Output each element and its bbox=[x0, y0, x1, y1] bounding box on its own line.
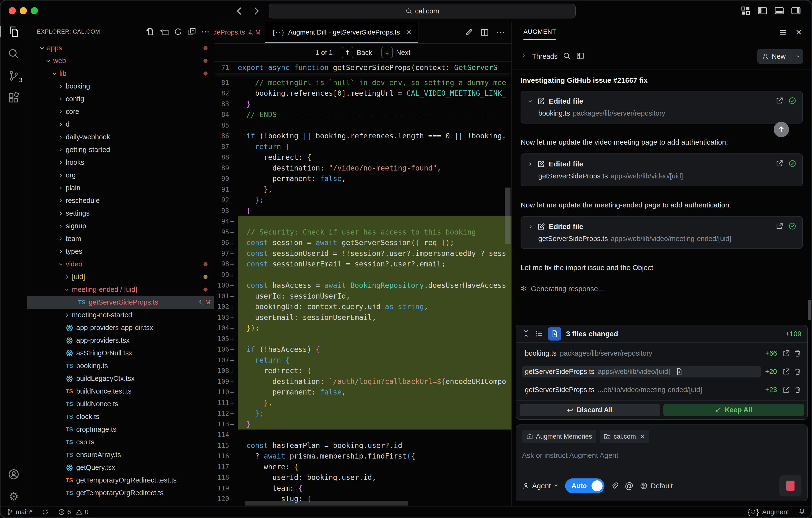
collapse-folders-icon[interactable] bbox=[187, 27, 197, 36]
code-line[interactable]: 104+ }); bbox=[214, 323, 512, 334]
code-line[interactable]: 96+ const session = await getServerSessi… bbox=[214, 238, 512, 248]
tree-item[interactable]: meeting-ended / [uid] bbox=[27, 283, 214, 296]
code-line[interactable]: 111+ }, bbox=[214, 398, 512, 408]
tree-item[interactable]: TS booking.ts bbox=[27, 359, 214, 372]
code-line[interactable]: 95+ // Security: Check if user has acces… bbox=[214, 227, 512, 238]
code-line[interactable]: 83 } bbox=[214, 99, 512, 109]
tree-item[interactable]: TS ensureArray.ts bbox=[27, 448, 214, 461]
code-line[interactable]: 82 booking.references[0].meetingUrl = CA… bbox=[214, 88, 512, 99]
tree-item[interactable]: team bbox=[27, 233, 214, 245]
minimize-window-button[interactable] bbox=[20, 7, 27, 15]
code-line[interactable]: 116 ? await prisma.membership.findFirst(… bbox=[214, 451, 512, 462]
close-panel-icon[interactable]: ✕ bbox=[795, 28, 802, 37]
open-file-icon[interactable] bbox=[782, 386, 790, 394]
tree-item[interactable]: getQuery.tsx bbox=[27, 461, 214, 474]
tree-item[interactable]: asStringOrNull.tsx bbox=[27, 347, 214, 359]
explorer-more-actions-icon[interactable]: ⋯ bbox=[201, 27, 209, 36]
tree-item[interactable]: video bbox=[27, 258, 214, 271]
discard-file-icon[interactable] bbox=[794, 368, 802, 376]
new-thread-button[interactable]: New bbox=[757, 49, 803, 64]
tree-item[interactable]: app-providers.tsx bbox=[27, 334, 214, 347]
keep-all-button[interactable]: ✓ Keep All bbox=[663, 404, 804, 416]
editor-horizontal-scrollbar[interactable] bbox=[245, 501, 408, 506]
command-center-search[interactable]: cal.com bbox=[269, 4, 576, 19]
collapse-panel-icon[interactable] bbox=[522, 329, 530, 338]
open-file-icon[interactable] bbox=[776, 97, 783, 106]
file-view-toggle-button[interactable] bbox=[548, 327, 561, 340]
thread-search-icon[interactable] bbox=[563, 52, 571, 61]
tree-item[interactable]: TS csp.ts bbox=[27, 436, 214, 448]
code-line[interactable]: 105+ bbox=[214, 333, 512, 344]
tree-item[interactable]: TS getTemporaryOrgRedirect.ts bbox=[27, 487, 214, 499]
code-line[interactable]: 112+ }; bbox=[214, 408, 512, 419]
back-nav-icon[interactable] bbox=[234, 6, 245, 16]
code-line[interactable]: 115 const hasTeamPlan = booking.user?.id bbox=[214, 440, 512, 451]
tree-item[interactable]: plain bbox=[27, 182, 214, 194]
code-line[interactable]: 118 userId: booking.user.id, bbox=[214, 472, 512, 483]
tab-getserversideprops[interactable]: deProps.ts 4, M bbox=[214, 22, 265, 43]
augment-memories-chip[interactable]: Augment Memories bbox=[522, 430, 596, 443]
tree-item[interactable]: lib bbox=[27, 67, 214, 80]
remove-chip-icon[interactable]: ✕ bbox=[640, 433, 645, 440]
code-line[interactable]: 89 destination: "/video/no-meeting-found… bbox=[214, 163, 512, 173]
explorer-icon[interactable] bbox=[7, 25, 20, 38]
tree-item[interactable]: meeting-not-started bbox=[27, 309, 214, 321]
tree-item[interactable]: org bbox=[27, 169, 214, 182]
tree-item[interactable]: apps bbox=[27, 42, 214, 54]
tree-item[interactable]: buildLegacyCtx.tsx bbox=[27, 372, 214, 385]
source-control-icon[interactable]: 3 bbox=[7, 70, 20, 82]
tree-item[interactable]: d bbox=[27, 118, 214, 131]
panel-menu-icon[interactable] bbox=[779, 28, 787, 37]
open-file-icon[interactable] bbox=[776, 222, 783, 231]
augment-status-label[interactable]: Augment bbox=[762, 508, 789, 516]
edit-pencil-icon[interactable] bbox=[464, 28, 473, 37]
editor-vertical-scrollbar[interactable] bbox=[505, 188, 511, 244]
tree-item[interactable]: TS buildNonce.ts bbox=[27, 398, 214, 410]
discard-file-icon[interactable] bbox=[794, 386, 802, 394]
repo-context-chip[interactable]: cal.com ✕ bbox=[600, 430, 649, 443]
diff-back-button[interactable]: Back bbox=[342, 47, 372, 58]
scroll-to-top-button[interactable] bbox=[774, 122, 789, 137]
close-window-button[interactable] bbox=[9, 7, 16, 15]
code-line[interactable]: 88 redirect: { bbox=[214, 152, 512, 163]
editor-more-actions-icon[interactable]: ⋯ bbox=[496, 27, 505, 37]
tree-item[interactable]: TS getTemporaryOrgRedirect.test.ts bbox=[27, 474, 214, 487]
split-editor-icon[interactable] bbox=[480, 28, 489, 37]
toggle-secondary-sidebar-icon[interactable] bbox=[791, 6, 801, 16]
open-file-icon[interactable] bbox=[782, 368, 790, 376]
code-line[interactable]: 85 bbox=[214, 120, 512, 131]
agent-input-panel[interactable]: Augment Memories cal.com ✕ Ask or instru… bbox=[516, 425, 808, 501]
code-line[interactable]: 81 // meetingUrl is `null` in dev env, s… bbox=[214, 77, 512, 88]
thread-layout-icon[interactable] bbox=[576, 52, 584, 61]
tree-item[interactable]: app-providers-app-dir.tsx bbox=[27, 321, 214, 334]
code-line[interactable]: 114 bbox=[214, 430, 512, 440]
discard-all-button[interactable]: ↩ Discard All bbox=[520, 404, 660, 416]
toggle-panel-icon[interactable] bbox=[774, 6, 784, 16]
toggle-sidebar-icon[interactable] bbox=[757, 6, 767, 16]
account-icon[interactable] bbox=[7, 468, 20, 481]
chevron-down-icon[interactable] bbox=[527, 98, 533, 104]
tree-item[interactable]: TS getServerSideProps.ts 4, M bbox=[27, 296, 214, 309]
new-folder-icon[interactable] bbox=[160, 27, 169, 36]
sync-indicator[interactable] bbox=[42, 509, 49, 515]
tree-item[interactable]: core bbox=[27, 105, 214, 118]
code-line[interactable]: 117 where: { bbox=[214, 461, 512, 472]
chevron-right-icon[interactable] bbox=[527, 161, 533, 167]
tree-item[interactable]: TS clock.ts bbox=[27, 410, 214, 423]
tree-item[interactable]: hooks bbox=[27, 156, 214, 169]
checklist-view-icon[interactable] bbox=[535, 329, 543, 338]
code-line[interactable]: 94+ bbox=[214, 216, 512, 227]
code-line[interactable]: 102+ bookingUid: context.query.uid as st… bbox=[214, 301, 512, 312]
tree-item[interactable]: daily-webhook bbox=[27, 131, 214, 143]
model-selector[interactable]: Default bbox=[640, 482, 673, 490]
code-line[interactable]: 113+ } bbox=[214, 419, 512, 430]
edited-file-card[interactable]: Edited file booking.tspackages/lib/serve… bbox=[521, 91, 803, 124]
open-file-icon[interactable] bbox=[776, 160, 783, 168]
edited-file-card[interactable]: Edited file getServerSideProps.tsapps/we… bbox=[521, 216, 803, 249]
code-line[interactable]: 97+ const sessionUserId = !!session?.use… bbox=[214, 248, 512, 259]
code-line[interactable]: 91 }, bbox=[214, 184, 512, 195]
layout-customize-icon[interactable] bbox=[741, 6, 751, 16]
changed-file-row[interactable]: booking.ts packages/lib/server/repositor… bbox=[519, 344, 805, 362]
mention-icon[interactable]: @ bbox=[625, 481, 633, 491]
tree-item[interactable]: TS cropImage.ts bbox=[27, 423, 214, 436]
